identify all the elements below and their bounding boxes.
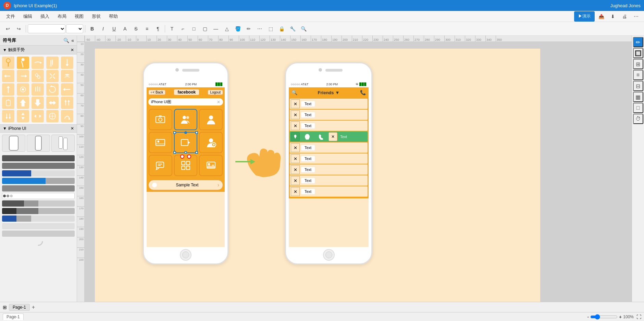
- para-btn[interactable]: ¶: [153, 24, 163, 34]
- right-btn-align[interactable]: ⊟: [633, 81, 643, 91]
- lock-btn[interactable]: 🔒: [276, 24, 287, 34]
- icon-person[interactable]: [199, 109, 223, 130]
- item-row-2[interactable]: [2, 163, 75, 169]
- item-row-3[interactable]: [2, 170, 75, 176]
- right-btn-layers[interactable]: 🔲: [633, 48, 643, 58]
- gesture-lr-arrows2[interactable]: [32, 110, 44, 122]
- gesture-swipe-down[interactable]: [61, 57, 73, 69]
- gesture-up-arrow[interactable]: [17, 97, 29, 109]
- right-btn-format[interactable]: ≡: [633, 70, 643, 80]
- right-btn-edit[interactable]: ✏: [633, 37, 643, 47]
- item-row-7[interactable]: [2, 200, 75, 207]
- friend-row-7[interactable]: ✕ Text: [290, 164, 368, 175]
- redo-btn[interactable]: ↪: [14, 24, 24, 34]
- menu-edit[interactable]: 编辑: [20, 12, 36, 21]
- item-row-10[interactable]: [2, 223, 75, 229]
- dash-btn[interactable]: ⋯: [255, 24, 265, 34]
- export-btn[interactable]: 📤: [596, 11, 606, 22]
- undo-btn[interactable]: ↩: [3, 24, 13, 34]
- zoom-out-btn[interactable]: -: [587, 314, 589, 320]
- present-btn[interactable]: ▶演示: [574, 11, 595, 22]
- item-row-8[interactable]: [2, 208, 75, 214]
- gesture-wave[interactable]: [61, 70, 73, 82]
- canvas-scroll[interactable]: ○○○○○ AT&T 2:00 PM ▉▉▉ ‹< Back facebook …: [85, 42, 632, 302]
- wrench-btn[interactable]: 🔧: [287, 24, 298, 34]
- icon-chat[interactable]: [149, 155, 172, 176]
- zoom-in-btn[interactable]: +: [619, 314, 622, 320]
- friend-row-2[interactable]: ✕ Text: [290, 110, 368, 120]
- fullscreen-btn[interactable]: ⛶: [636, 314, 641, 320]
- underline-btn[interactable]: U: [109, 24, 119, 34]
- font-size-select[interactable]: [66, 24, 83, 33]
- friend-row-3[interactable]: ✕ Text: [290, 121, 368, 131]
- logout-btn[interactable]: Logout: [208, 90, 223, 95]
- page-tab-1[interactable]: Page-1: [9, 304, 30, 311]
- gesture-hold[interactable]: [2, 97, 14, 109]
- gesture-touch[interactable]: [17, 57, 29, 69]
- more-btn[interactable]: ⋯: [631, 11, 641, 22]
- icon-person2[interactable]: [199, 132, 223, 153]
- right-btn-insert[interactable]: □: [633, 103, 643, 113]
- gesture-spread[interactable]: [46, 70, 59, 82]
- gesture-tap[interactable]: [2, 57, 14, 69]
- friend-row-6[interactable]: ✕ Text: [290, 153, 368, 164]
- gesture-lr-arrows[interactable]: [46, 97, 59, 109]
- textbox-btn[interactable]: T: [167, 24, 177, 34]
- font-color-btn[interactable]: A: [120, 24, 130, 34]
- rect-btn[interactable]: □: [189, 24, 199, 34]
- italic-btn[interactable]: I: [98, 24, 108, 34]
- icon-image[interactable]: [199, 155, 223, 176]
- hline-btn[interactable]: —: [211, 24, 221, 34]
- friend-row-active[interactable]: ✕ Text: [290, 132, 368, 142]
- add-page-btn[interactable]: +: [32, 304, 35, 310]
- align-btn[interactable]: ≡: [142, 24, 152, 34]
- item-row-9[interactable]: [2, 215, 75, 222]
- icon-video[interactable]: [174, 132, 198, 153]
- collapse-gesture-icon[interactable]: ▼: [3, 48, 7, 52]
- print-btn[interactable]: 🖨: [619, 11, 630, 22]
- line-btn[interactable]: ⌐: [178, 24, 188, 34]
- gesture-misc2[interactable]: [61, 110, 73, 122]
- strikethrough-btn[interactable]: S: [131, 24, 141, 34]
- item-row-5[interactable]: [2, 185, 75, 192]
- close-gesture-icon[interactable]: ✕: [71, 48, 74, 52]
- gesture-spread2[interactable]: [17, 110, 29, 122]
- gesture-misc[interactable]: [46, 110, 59, 122]
- zoom-slider[interactable]: [590, 314, 618, 320]
- friend-row-8[interactable]: ✕ Text: [290, 175, 368, 186]
- gesture-rotate[interactable]: [46, 83, 59, 96]
- phone2-home-btn[interactable]: [323, 249, 335, 261]
- icon-photo[interactable]: [149, 109, 172, 130]
- right-btn-table[interactable]: ▦: [633, 92, 643, 102]
- menu-help[interactable]: 帮助: [106, 12, 121, 21]
- page-panel-toggle[interactable]: ⊞: [3, 305, 7, 310]
- item-row-1[interactable]: [2, 155, 75, 161]
- icon-people[interactable]: [174, 109, 198, 130]
- friend-row-9[interactable]: ✕ Text: [290, 186, 368, 197]
- icon-photo2[interactable]: [149, 132, 172, 153]
- item-row-6[interactable]: [2, 193, 75, 199]
- search-input-display[interactable]: iPhone UI图 ✕: [148, 98, 223, 106]
- search-icon[interactable]: 🔍: [63, 38, 69, 43]
- menu-view[interactable]: 视图: [71, 12, 87, 21]
- bottom-sample[interactable]: Sample Text ›: [148, 180, 223, 190]
- gesture-swipe-up[interactable]: [2, 83, 14, 96]
- friend-row-5[interactable]: ✕ Text: [290, 143, 368, 153]
- gesture-point-right[interactable]: [17, 70, 29, 82]
- gesture-swipe-left[interactable]: [61, 83, 73, 96]
- shape-btn[interactable]: △: [222, 24, 232, 34]
- crop-btn[interactable]: ⬚: [265, 24, 276, 34]
- collapse-iphone-icon[interactable]: ▼: [3, 126, 7, 131]
- phone1-home-btn[interactable]: [180, 249, 191, 261]
- iphone-template-2[interactable]: [27, 135, 50, 152]
- search-btn[interactable]: 🔍: [298, 24, 309, 34]
- iphone-template-3[interactable]: [51, 135, 75, 152]
- pen-btn[interactable]: ✏: [244, 24, 254, 34]
- gesture-up-arrows[interactable]: [61, 97, 73, 109]
- rounded-rect-btn[interactable]: ▢: [200, 24, 210, 34]
- back-btn[interactable]: ‹< Back: [148, 90, 165, 95]
- iphone-template-1[interactable]: [2, 135, 25, 152]
- gesture-pinch[interactable]: [32, 70, 44, 82]
- font-name-select[interactable]: [28, 24, 65, 33]
- download-btn[interactable]: ⬇: [608, 11, 618, 22]
